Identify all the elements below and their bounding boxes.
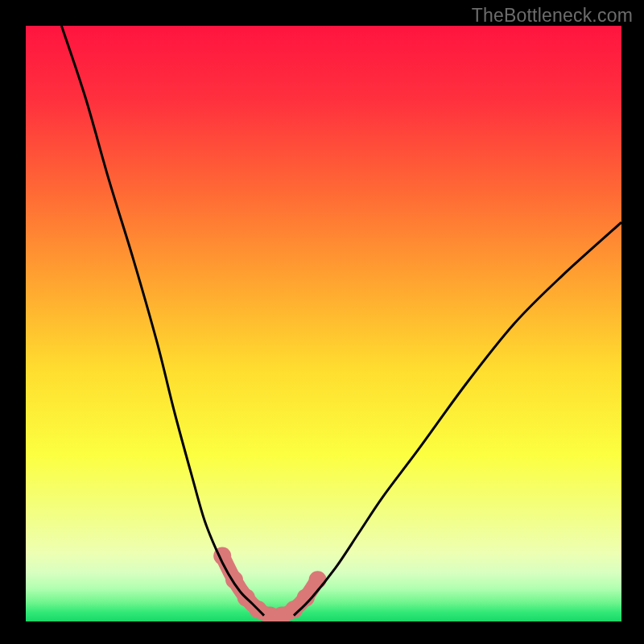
watermark-text: TheBottleneck.com — [472, 5, 633, 27]
valley-marker-series — [213, 547, 326, 621]
plot-area — [26, 26, 621, 621]
valley-marker-point — [309, 571, 327, 588]
chart-frame: TheBottleneck.com — [0, 0, 644, 644]
curves-layer — [26, 26, 621, 621]
right-curve — [294, 222, 621, 615]
left-curve — [61, 26, 264, 616]
